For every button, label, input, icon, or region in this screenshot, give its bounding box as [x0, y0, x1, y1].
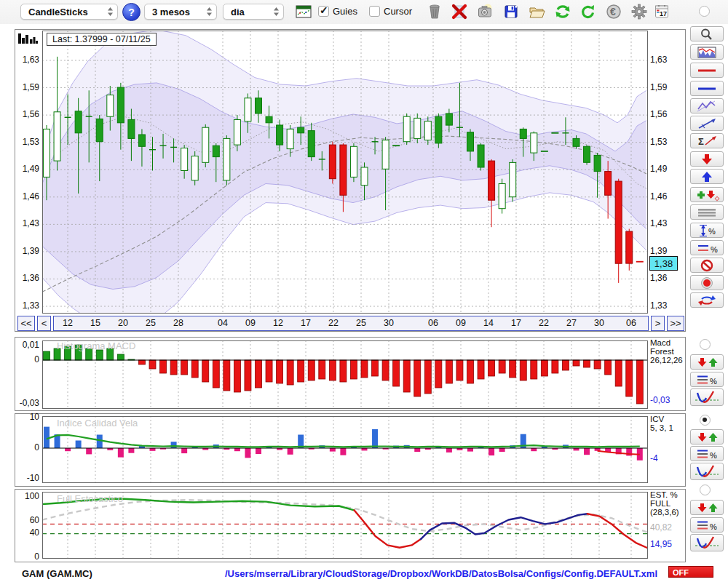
delete-button[interactable] — [450, 3, 469, 22]
calendar-icon: 17 — [653, 3, 670, 20]
stochastic-chart[interactable] — [42, 492, 648, 559]
indicator-chart-button[interactable] — [690, 44, 724, 60]
price-axis-tick-right: 1,56 — [650, 109, 682, 119]
trendline-tool-button[interactable] — [690, 116, 724, 131]
zoom-tool-button[interactable] — [690, 26, 724, 41]
icv-lines-percent-button[interactable]: % — [690, 446, 724, 461]
scroll-left-button[interactable]: < — [37, 316, 51, 331]
open-folder-icon — [528, 3, 545, 20]
x-axis-date-label: 04 — [213, 318, 232, 328]
euro-icon: € — [605, 3, 622, 20]
wave-curves-icon — [692, 464, 721, 479]
chart-window-button[interactable] — [294, 3, 313, 22]
macd-arrows-button[interactable] — [690, 354, 724, 370]
icv-arrows-button[interactable] — [690, 429, 724, 445]
sell-arrow-button[interactable] — [690, 151, 724, 167]
add-signal-button[interactable] — [690, 187, 724, 202]
stoch-info-line1: EST. % — [650, 491, 678, 500]
swap-refresh-button[interactable] — [690, 292, 724, 308]
panel-stoch-radio[interactable] — [700, 485, 711, 495]
save-button[interactable] — [502, 3, 521, 22]
interval-value: dia — [231, 7, 245, 17]
panel-macd-radio[interactable] — [700, 339, 711, 350]
price-axis-tick-right: 1,36 — [650, 273, 682, 283]
trash-button[interactable] — [425, 3, 444, 22]
blue-line-tool-button[interactable] — [690, 81, 724, 96]
app-window: CandleSticks ? 3 mesos dia Guies Curs — [0, 0, 728, 582]
settings-button[interactable] — [630, 3, 649, 22]
guies-label: Guies — [333, 6, 357, 17]
scroll-far-right-button[interactable]: >> — [667, 316, 684, 331]
guies-checkbox[interactable]: Guies — [318, 6, 357, 17]
price-axis-tick-left: 1,39 — [15, 246, 39, 256]
record-button[interactable] — [690, 275, 724, 290]
current-price-tag: 1,38 — [649, 256, 678, 271]
zigzag-icon — [692, 100, 721, 113]
lines-percent-icon: % — [692, 373, 721, 386]
main-price-chart[interactable] — [42, 31, 648, 314]
disable-button[interactable] — [690, 258, 724, 273]
chart-type-select[interactable]: CandleSticks — [20, 4, 118, 20]
status-bar: GAM (GAM.MC) /Users/mserra/Library/Cloud… — [0, 564, 728, 582]
list-button[interactable] — [690, 204, 724, 220]
period-select[interactable]: 3 mesos — [144, 4, 217, 20]
range-percent-button[interactable]: % — [690, 223, 724, 238]
down-up-arrows-icon — [692, 431, 721, 444]
main-chart-radio[interactable] — [699, 6, 710, 17]
svg-text:%: % — [710, 377, 717, 386]
trash-icon — [426, 3, 443, 20]
guies-checkbox-box[interactable] — [318, 6, 329, 17]
help-button[interactable]: ? — [122, 3, 141, 21]
scroll-right-button[interactable]: > — [651, 316, 665, 331]
record-icon — [692, 276, 721, 290]
scroll-far-left-button[interactable]: << — [17, 316, 35, 331]
lines-percent-button[interactable]: % — [690, 240, 724, 255]
price-axis-tick-left: 1,59 — [15, 82, 39, 92]
sigma-trend-button[interactable]: Σ — [690, 133, 724, 148]
refresh-button[interactable] — [553, 3, 572, 22]
x-axis-date-label: 09 — [241, 318, 260, 328]
x-axis-date-label: 20 — [114, 318, 132, 328]
open-button[interactable] — [527, 3, 546, 22]
save-floppy-icon — [502, 3, 520, 20]
lines-percent-icon: % — [692, 242, 721, 255]
calendar-button[interactable]: 17 — [652, 3, 671, 22]
cursor-checkbox-box[interactable] — [369, 6, 380, 17]
macd-wave-button[interactable] — [690, 388, 724, 406]
buy-arrow-button[interactable] — [690, 169, 724, 184]
down-up-arrows-icon — [692, 501, 721, 514]
stoch-lines-percent-button[interactable]: % — [690, 517, 724, 533]
icv-wave-button[interactable] — [690, 463, 724, 480]
macd-lines-percent-button[interactable]: % — [690, 372, 724, 387]
red-line-tool-button[interactable] — [690, 63, 724, 78]
snapshot-button[interactable] — [475, 3, 494, 22]
svg-text:17: 17 — [660, 10, 667, 17]
x-axis-date-label: 22 — [534, 318, 553, 328]
x-axis-date-label: 12 — [58, 318, 77, 328]
macd-axis-tick: 0,01 — [15, 340, 39, 350]
indicator-chart-icon — [692, 46, 721, 59]
panel-icv-radio[interactable] — [700, 415, 711, 426]
euro-button[interactable]: € — [604, 3, 623, 22]
zigzag-tool-button[interactable] — [690, 98, 724, 113]
x-axis-date-label: 17 — [296, 318, 315, 328]
red-line-icon — [692, 64, 721, 77]
undo-button[interactable] — [579, 3, 598, 22]
x-axis-date-label: 06 — [622, 318, 641, 328]
lines-percent-icon: % — [692, 447, 721, 461]
x-axis-date-label: 17 — [507, 318, 526, 328]
red-down-arrow-icon — [692, 153, 721, 166]
stoch-arrows-button[interactable] — [690, 500, 724, 515]
off-toggle-badge[interactable]: OFF — [668, 566, 713, 578]
blue-up-arrow-icon — [692, 170, 721, 183]
config-path-label: /Users/mserra/Library/CloudStorage/Dropb… — [225, 568, 657, 579]
x-axis-date-label: 15 — [86, 318, 105, 328]
cursor-checkbox[interactable]: Cursor — [369, 6, 412, 17]
price-axis-tick-right: 1,49 — [650, 164, 682, 174]
stoch-wave-button[interactable] — [690, 534, 724, 551]
interval-select[interactable]: dia — [223, 4, 284, 20]
x-axis-date-label: 30 — [379, 318, 398, 328]
stoch-last-value: 14,95 — [650, 539, 672, 549]
refresh-icon — [554, 3, 571, 20]
icv-title: Indice Calidad Vela — [57, 418, 138, 428]
